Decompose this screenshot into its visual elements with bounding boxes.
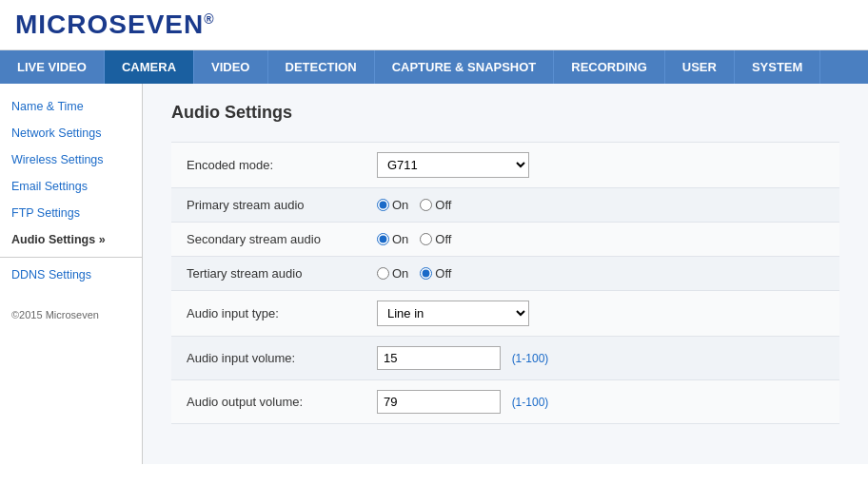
primary-stream-off-label[interactable]: Off	[420, 198, 451, 212]
nav-video[interactable]: VIDEO	[194, 50, 267, 84]
encoded-mode-label: Encoded mode:	[171, 143, 362, 188]
logo: MICROSEVEN®	[15, 10, 853, 40]
tertiary-stream-off-radio[interactable]	[420, 267, 432, 280]
table-row: Encoded mode: G711 G726 AAC	[171, 143, 839, 188]
table-row: Primary stream audio On Off	[171, 188, 839, 223]
secondary-stream-off-label[interactable]: Off	[420, 232, 451, 246]
logo-text: MICROSEVEN	[15, 10, 204, 39]
encoded-mode-select[interactable]: G711 G726 AAC	[377, 152, 529, 178]
secondary-stream-cell: On Off	[362, 223, 839, 257]
sidebar-item-audio-settings[interactable]: Audio Settings »	[0, 226, 142, 253]
encoded-mode-cell: G711 G726 AAC	[362, 143, 839, 188]
primary-stream-cell: On Off	[362, 188, 839, 223]
main-nav: LIVE VIDEO CAMERA VIDEO DETECTION CAPTUR…	[0, 50, 868, 84]
sidebar-item-ftp-settings[interactable]: FTP Settings	[0, 200, 142, 226]
logo-registered: ®	[204, 11, 214, 27]
sidebar: Name & Time Network Settings Wireless Se…	[0, 84, 143, 464]
tertiary-stream-on-radio[interactable]	[377, 267, 389, 280]
audio-input-volume-cell: (1-100)	[362, 337, 839, 380]
sidebar-footer: ©2015 Microseven	[0, 298, 142, 332]
table-row: Audio input type: Line in Mic in	[171, 291, 839, 337]
tertiary-stream-on-label[interactable]: On	[377, 266, 408, 281]
header: MICROSEVEN®	[0, 0, 868, 50]
primary-stream-radio-group: On Off	[377, 198, 824, 212]
content-area: Name & Time Network Settings Wireless Se…	[0, 84, 868, 464]
secondary-stream-on-radio[interactable]	[377, 233, 389, 245]
nav-user[interactable]: USER	[665, 50, 735, 84]
table-row: Tertiary stream audio On Off	[171, 257, 839, 291]
audio-settings-table: Encoded mode: G711 G726 AAC Primary stre…	[171, 142, 839, 424]
primary-stream-on-radio[interactable]	[377, 199, 389, 211]
audio-output-volume-input[interactable]	[377, 390, 501, 414]
primary-stream-label: Primary stream audio	[171, 188, 362, 223]
tertiary-stream-radio-group: On Off	[377, 266, 824, 281]
primary-stream-off-radio[interactable]	[420, 199, 432, 211]
sidebar-item-name-time[interactable]: Name & Time	[0, 93, 142, 120]
sidebar-item-wireless-settings[interactable]: Wireless Settings	[0, 146, 142, 173]
secondary-stream-on-text: On	[392, 232, 408, 246]
sidebar-item-ddns-settings[interactable]: DDNS Settings	[0, 262, 142, 288]
primary-stream-on-label[interactable]: On	[377, 198, 408, 212]
audio-input-volume-input[interactable]	[377, 346, 501, 370]
table-row: Audio output volume: (1-100)	[171, 380, 839, 424]
nav-live-video[interactable]: LIVE VIDEO	[0, 50, 105, 84]
audio-input-volume-label: Audio input volume:	[171, 337, 362, 380]
sidebar-item-network-settings[interactable]: Network Settings	[0, 120, 142, 146]
audio-input-type-cell: Line in Mic in	[362, 291, 839, 337]
secondary-stream-off-text: Off	[435, 232, 451, 246]
tertiary-stream-on-text: On	[392, 266, 408, 281]
nav-recording[interactable]: RECORDING	[554, 50, 664, 84]
secondary-stream-off-radio[interactable]	[420, 233, 432, 245]
sidebar-divider	[0, 257, 142, 258]
audio-output-volume-hint: (1-100)	[512, 396, 549, 409]
tertiary-stream-off-label[interactable]: Off	[420, 266, 451, 281]
secondary-stream-radio-group: On Off	[377, 232, 824, 246]
primary-stream-on-text: On	[392, 198, 408, 212]
primary-stream-off-text: Off	[435, 198, 451, 212]
page-title: Audio Settings	[171, 103, 839, 123]
table-row: Secondary stream audio On Off	[171, 223, 839, 257]
audio-output-volume-cell: (1-100)	[362, 380, 839, 424]
sidebar-item-email-settings[interactable]: Email Settings	[0, 173, 142, 200]
tertiary-stream-off-text: Off	[435, 266, 451, 281]
main-content: Audio Settings Encoded mode: G711 G726 A…	[143, 84, 868, 464]
table-row: Audio input volume: (1-100)	[171, 337, 839, 380]
nav-camera[interactable]: CAMERA	[105, 50, 194, 84]
audio-output-volume-label: Audio output volume:	[171, 380, 362, 424]
nav-capture-snapshot[interactable]: CAPTURE & SNAPSHOT	[375, 50, 555, 84]
audio-input-type-label: Audio input type:	[171, 291, 362, 337]
secondary-stream-on-label[interactable]: On	[377, 232, 408, 246]
tertiary-stream-cell: On Off	[362, 257, 839, 291]
audio-input-volume-hint: (1-100)	[512, 352, 549, 365]
nav-system[interactable]: SYSTEM	[735, 50, 820, 84]
audio-input-type-select[interactable]: Line in Mic in	[377, 301, 529, 326]
nav-detection[interactable]: DETECTION	[268, 50, 375, 84]
tertiary-stream-label: Tertiary stream audio	[171, 257, 362, 291]
secondary-stream-label: Secondary stream audio	[171, 223, 362, 257]
